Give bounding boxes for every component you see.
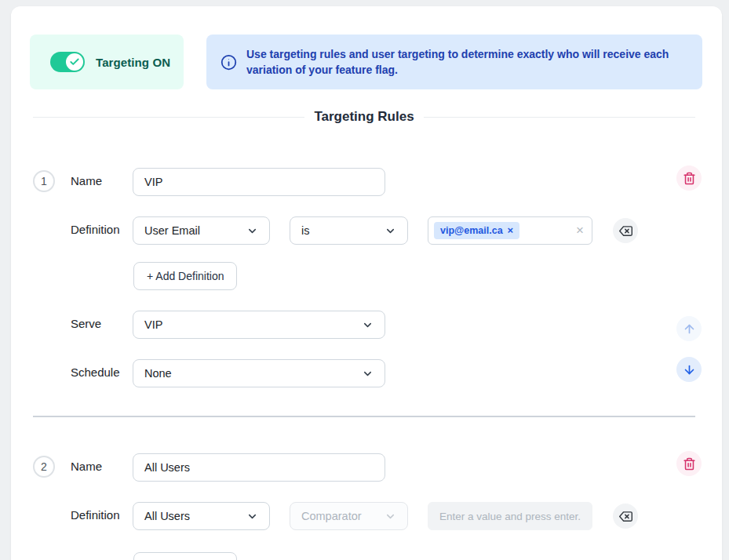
info-icon bbox=[221, 54, 237, 71]
rule-2-delete-button[interactable] bbox=[676, 451, 702, 476]
section-heading: Targeting Rules bbox=[33, 109, 695, 125]
rule-divider bbox=[33, 416, 695, 417]
value-chip: vip@email.ca × bbox=[434, 222, 519, 239]
value-chip-text: vip@email.ca bbox=[440, 225, 503, 236]
rule-1-name-label: Name bbox=[71, 174, 102, 188]
rule-2-comparator-select: Comparator bbox=[290, 502, 408, 530]
rule-1-serve-select[interactable]: VIP bbox=[133, 311, 385, 339]
rule-1-values-input[interactable]: vip@email.ca × × bbox=[428, 216, 592, 245]
toggle-knob-check-icon bbox=[66, 53, 83, 71]
rule-2-value-input bbox=[428, 502, 592, 530]
chevron-down-icon bbox=[362, 319, 374, 331]
rule-1-number: 1 bbox=[33, 170, 55, 192]
trash-icon bbox=[683, 457, 696, 471]
rule-2-add-definition-button[interactable]: + Add Definition bbox=[133, 552, 237, 560]
rule-2-definition-label: Definition bbox=[71, 508, 120, 522]
trash-icon bbox=[683, 172, 696, 185]
rule-1-schedule-value: None bbox=[144, 367, 172, 380]
rule-1-name-value: VIP bbox=[144, 176, 162, 188]
rule-1-delete-button[interactable] bbox=[676, 165, 702, 191]
chevron-down-icon bbox=[362, 368, 374, 380]
chip-remove-icon[interactable]: × bbox=[508, 226, 514, 235]
rule-1-schedule-select[interactable]: None bbox=[133, 359, 385, 387]
rule-1-trait-select[interactable]: User Email bbox=[133, 216, 270, 245]
rule-2-trait-value: All Users bbox=[144, 510, 190, 522]
chevron-down-icon bbox=[385, 511, 396, 522]
heading-divider-right bbox=[424, 117, 695, 118]
section-title: Targeting Rules bbox=[314, 109, 414, 125]
rule-1-trait-value: User Email bbox=[144, 224, 200, 237]
targeting-panel: Targeting ON Use targeting rules and use… bbox=[11, 6, 722, 560]
rule-1-schedule-label: Schedule bbox=[71, 365, 120, 380]
rule-1-comparator-select[interactable]: is bbox=[290, 216, 408, 245]
backspace-icon bbox=[619, 224, 632, 238]
chevron-down-icon bbox=[246, 511, 258, 522]
rule-2-number: 2 bbox=[33, 456, 55, 478]
rule-2-remove-definition-button[interactable] bbox=[613, 504, 638, 529]
rule-1-name-input[interactable]: VIP bbox=[133, 168, 385, 196]
rule-1-remove-definition-button[interactable] bbox=[613, 218, 638, 243]
rule-2-trait-select[interactable]: All Users bbox=[133, 502, 270, 530]
heading-divider-left bbox=[33, 117, 304, 118]
rule-2-comparator-placeholder: Comparator bbox=[301, 510, 362, 522]
targeting-toggle[interactable] bbox=[50, 52, 85, 72]
rule-2-name-input[interactable]: All Users bbox=[133, 453, 385, 482]
rule-1-move-down-button[interactable] bbox=[676, 357, 702, 382]
clear-values-icon[interactable]: × bbox=[576, 224, 584, 237]
arrow-up-icon bbox=[683, 322, 696, 336]
rule-2-name-value: All Users bbox=[144, 461, 190, 474]
rule-1-add-definition-button[interactable]: + Add Definition bbox=[133, 262, 237, 290]
rule-1-comparator-value: is bbox=[301, 224, 309, 237]
arrow-down-icon bbox=[683, 363, 696, 376]
targeting-toggle-label: Targeting ON bbox=[96, 56, 170, 69]
info-banner: Use targeting rules and user targeting t… bbox=[206, 35, 702, 89]
rule-2-name-label: Name bbox=[71, 460, 102, 474]
rule-1-serve-value: VIP bbox=[144, 318, 162, 331]
backspace-icon bbox=[619, 510, 632, 523]
chevron-down-icon bbox=[246, 225, 258, 237]
chevron-down-icon bbox=[385, 225, 396, 237]
rule-1-move-up-button[interactable] bbox=[676, 316, 702, 341]
rule-1-definition-label: Definition bbox=[71, 223, 120, 237]
info-banner-text: Use targeting rules and user targeting t… bbox=[246, 46, 686, 78]
targeting-toggle-card: Targeting ON bbox=[30, 35, 184, 89]
rule-1-serve-label: Serve bbox=[71, 317, 101, 331]
rule-2-value-field bbox=[438, 510, 582, 523]
